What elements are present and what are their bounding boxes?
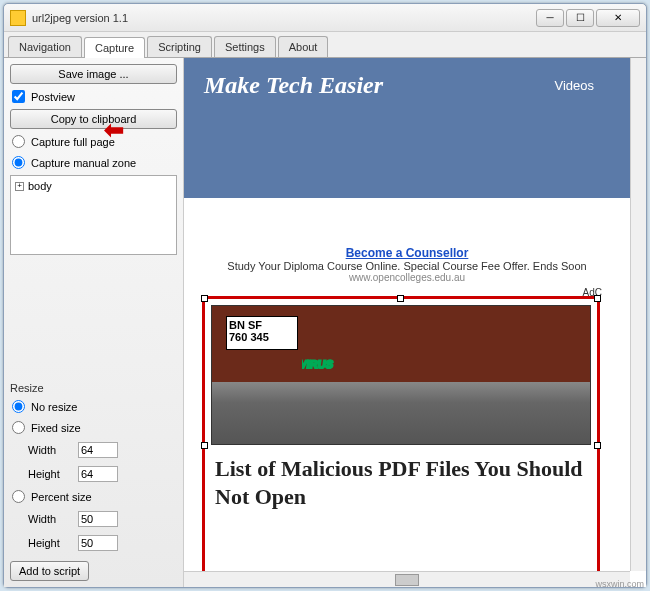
- capture-full-label: Capture full page: [31, 136, 115, 148]
- train-number-plate: BN SF 760 345: [226, 316, 298, 350]
- percent-size-radio[interactable]: [12, 490, 25, 503]
- app-icon: [10, 10, 26, 26]
- article-title: List of Malicious PDF Files You Should N…: [205, 451, 597, 514]
- close-button[interactable]: ✕: [596, 9, 640, 27]
- postview-checkbox[interactable]: [12, 90, 25, 103]
- tab-navigation[interactable]: Navigation: [8, 36, 82, 57]
- percent-width-label: Width: [28, 513, 72, 525]
- capture-manual-radio[interactable]: [12, 156, 25, 169]
- watermark: wsxwin.com: [595, 579, 644, 589]
- site-title: Make Tech Easier: [204, 72, 610, 99]
- percent-height-input[interactable]: [78, 535, 118, 551]
- titlebar[interactable]: url2jpeg version 1.1 ─ ☐ ✕: [4, 4, 646, 32]
- preview-pane: Make Tech Easier Videos Become a Counsel…: [184, 58, 646, 587]
- content-area: Save image ... ⬅ Postview Copy to clipbo…: [4, 58, 646, 587]
- percent-size-label: Percent size: [31, 491, 92, 503]
- bnsf-line2: 760 345: [229, 331, 295, 343]
- ad-subtitle: Study Your Diploma Course Online. Specia…: [210, 260, 604, 272]
- ad-url: www.opencolleges.edu.au: [210, 272, 604, 283]
- dom-tree[interactable]: + body: [10, 175, 177, 255]
- capture-full-radio[interactable]: [12, 135, 25, 148]
- resize-handle-tr[interactable]: [594, 295, 601, 302]
- percent-width-input[interactable]: [78, 511, 118, 527]
- no-resize-label: No resize: [31, 401, 77, 413]
- tab-settings[interactable]: Settings: [214, 36, 276, 57]
- save-image-button[interactable]: Save image ...: [10, 64, 177, 84]
- article-image: BN SF 760 345 VIRUS: [211, 305, 591, 445]
- capture-manual-label: Capture manual zone: [31, 157, 136, 169]
- minimize-button[interactable]: ─: [536, 9, 564, 27]
- resize-label: Resize: [10, 382, 177, 394]
- maximize-button[interactable]: ☐: [566, 9, 594, 27]
- videos-link[interactable]: Videos: [554, 78, 594, 93]
- resize-handle-tc[interactable]: [397, 295, 404, 302]
- app-window: url2jpeg version 1.1 ─ ☐ ✕ Navigation Ca…: [3, 3, 647, 588]
- postview-label: Postview: [31, 91, 75, 103]
- fixed-width-label: Width: [28, 444, 72, 456]
- tree-root-item[interactable]: + body: [15, 180, 172, 192]
- ad-block[interactable]: Become a Counsellor Study Your Diploma C…: [210, 246, 604, 283]
- tree-root-label: body: [28, 180, 52, 192]
- horizontal-scrollbar[interactable]: [184, 571, 630, 587]
- ad-title[interactable]: Become a Counsellor: [210, 246, 604, 260]
- bnsf-line1: BN SF: [229, 319, 295, 331]
- resize-handle-tl[interactable]: [201, 295, 208, 302]
- svg-text:VIRUS: VIRUS: [302, 358, 334, 370]
- capture-selection[interactable]: BN SF 760 345 VIRUS List of Malicious PD…: [202, 296, 600, 571]
- tree-expand-icon[interactable]: +: [15, 182, 24, 191]
- tab-bar: Navigation Capture Scripting Settings Ab…: [4, 32, 646, 58]
- fixed-size-label: Fixed size: [31, 422, 81, 434]
- window-buttons: ─ ☐ ✕: [536, 9, 640, 27]
- tab-about[interactable]: About: [278, 36, 329, 57]
- window-title: url2jpeg version 1.1: [32, 12, 536, 24]
- fixed-height-label: Height: [28, 468, 72, 480]
- percent-height-label: Height: [28, 537, 72, 549]
- copy-clipboard-button[interactable]: Copy to clipboard: [10, 109, 177, 129]
- scroll-thumb[interactable]: [395, 574, 419, 586]
- tab-scripting[interactable]: Scripting: [147, 36, 212, 57]
- vertical-scrollbar[interactable]: [630, 58, 646, 571]
- fixed-height-input[interactable]: [78, 466, 118, 482]
- tab-capture[interactable]: Capture: [84, 37, 145, 58]
- sidebar: Save image ... ⬅ Postview Copy to clipbo…: [4, 58, 184, 587]
- graffiti-art: VIRUS: [302, 318, 570, 388]
- add-to-script-button[interactable]: Add to script: [10, 561, 89, 581]
- fixed-width-input[interactable]: [78, 442, 118, 458]
- captured-page[interactable]: Make Tech Easier Videos Become a Counsel…: [184, 58, 630, 571]
- fixed-size-radio[interactable]: [12, 421, 25, 434]
- resize-handle-ml[interactable]: [201, 442, 208, 449]
- no-resize-radio[interactable]: [12, 400, 25, 413]
- resize-handle-mr[interactable]: [594, 442, 601, 449]
